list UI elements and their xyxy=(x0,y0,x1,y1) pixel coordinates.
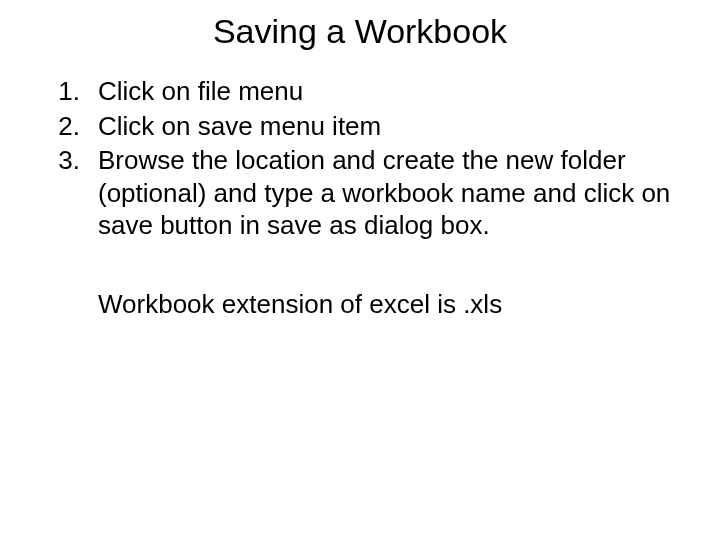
page-title: Saving a Workbook xyxy=(40,12,680,51)
list-number: 3. xyxy=(44,144,80,242)
list-text: Browse the location and create the new f… xyxy=(98,144,680,242)
list-number: 2. xyxy=(44,110,80,143)
list-item: 3. Browse the location and create the ne… xyxy=(40,144,680,242)
list-text: Click on file menu xyxy=(98,75,680,108)
list-item: 1. Click on file menu xyxy=(40,75,680,108)
footnote-text: Workbook extension of excel is .xls xyxy=(98,288,680,321)
steps-list: 1. Click on file menu 2. Click on save m… xyxy=(40,75,680,242)
list-text: Click on save menu item xyxy=(98,110,680,143)
list-number: 1. xyxy=(44,75,80,108)
list-item: 2. Click on save menu item xyxy=(40,110,680,143)
